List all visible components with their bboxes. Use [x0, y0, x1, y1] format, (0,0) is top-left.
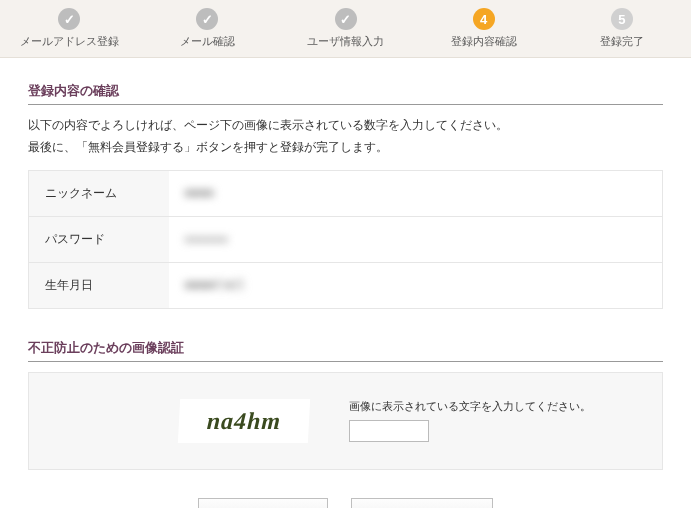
table-row: 生年月日 ■■■■年■月: [29, 262, 663, 308]
nickname-value: ■■■■: [185, 186, 214, 200]
button-row: 修正する 無料会員登録する: [28, 498, 663, 508]
check-icon: ✓: [58, 8, 80, 30]
step-number-icon: 5: [611, 8, 633, 30]
step-complete: 5 登録完了: [553, 8, 691, 49]
captcha-input[interactable]: [349, 420, 429, 442]
table-row: パスワード ●●●●●●: [29, 216, 663, 262]
check-icon: ✓: [335, 8, 357, 30]
password-label: パスワード: [29, 216, 169, 262]
step-label: メール確認: [138, 34, 276, 49]
table-row: ニックネーム ■■■■: [29, 170, 663, 216]
password-value: ●●●●●●: [185, 232, 229, 246]
step-label: 登録内容確認: [415, 34, 553, 49]
nickname-label: ニックネーム: [29, 170, 169, 216]
step-label: ユーザ情報入力: [276, 34, 414, 49]
intro-text: 以下の内容でよろしければ、ページ下の画像に表示されている数字を入力してください。…: [28, 115, 663, 158]
captcha-prompt: 画像に表示されている文字を入力してください。: [349, 399, 642, 414]
step-number-icon: 4: [473, 8, 495, 30]
intro-line-1: 以下の内容でよろしければ、ページ下の画像に表示されている数字を入力してください。: [28, 115, 663, 135]
step-confirm: 4 登録内容確認: [415, 8, 553, 49]
edit-button[interactable]: 修正する: [198, 498, 328, 508]
step-email-confirm: ✓ メール確認: [138, 8, 276, 49]
section-title-captcha: 不正防止のための画像認証: [28, 339, 663, 362]
step-label: 登録完了: [553, 34, 691, 49]
captcha-image: na4hm: [178, 399, 310, 443]
check-icon: ✓: [196, 8, 218, 30]
dob-value: ■■■■年■月: [185, 278, 245, 292]
progress-steps: ✓ メールアドレス登録 ✓ メール確認 ✓ ユーザ情報入力 4 登録内容確認 5…: [0, 0, 691, 58]
step-label: メールアドレス登録: [0, 34, 138, 49]
dob-label: 生年月日: [29, 262, 169, 308]
details-table: ニックネーム ■■■■ パスワード ●●●●●● 生年月日 ■■■■年■月: [28, 170, 663, 309]
submit-button[interactable]: 無料会員登録する: [351, 498, 493, 508]
step-user-info: ✓ ユーザ情報入力: [276, 8, 414, 49]
captcha-box: na4hm 画像に表示されている文字を入力してください。: [28, 372, 663, 470]
intro-line-2: 最後に、「無料会員登録する」ボタンを押すと登録が完了します。: [28, 137, 663, 157]
step-email-register: ✓ メールアドレス登録: [0, 8, 138, 49]
section-title-confirm: 登録内容の確認: [28, 82, 663, 105]
